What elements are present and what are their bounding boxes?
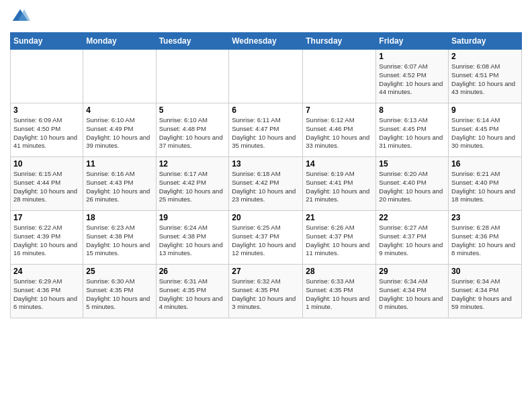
day-number: 4 (86, 105, 152, 115)
day-info: Sunrise: 6:14 AMSunset: 4:45 PMDaylight:… (451, 116, 519, 150)
calendar-cell: 7Sunrise: 6:12 AMSunset: 4:46 PMDaylight… (303, 103, 376, 157)
calendar-header-sunday: Sunday (11, 33, 83, 50)
day-info: Sunrise: 6:25 AMSunset: 4:37 PMDaylight:… (232, 224, 300, 258)
calendar-body: 1Sunrise: 6:07 AMSunset: 4:52 PMDaylight… (11, 50, 522, 318)
calendar-cell: 3Sunrise: 6:09 AMSunset: 4:50 PMDaylight… (11, 103, 83, 157)
day-info: Sunrise: 6:08 AMSunset: 4:51 PMDaylight:… (451, 62, 519, 97)
day-info: Sunrise: 6:15 AMSunset: 4:44 PMDaylight:… (13, 170, 80, 204)
calendar-header-wednesday: Wednesday (229, 33, 303, 50)
calendar-cell: 16Sunrise: 6:21 AMSunset: 4:40 PMDayligh… (449, 157, 522, 211)
day-number: 15 (379, 159, 445, 169)
day-number: 17 (13, 213, 80, 222)
day-info: Sunrise: 6:30 AMSunset: 4:35 PMDaylight:… (86, 277, 152, 312)
calendar-header-thursday: Thursday (303, 33, 376, 50)
day-number: 1 (379, 52, 445, 61)
day-info: Sunrise: 6:33 AMSunset: 4:35 PMDaylight:… (306, 277, 373, 312)
calendar-cell: 4Sunrise: 6:10 AMSunset: 4:49 PMDaylight… (83, 103, 156, 157)
calendar-cell: 18Sunrise: 6:23 AMSunset: 4:38 PMDayligh… (83, 211, 156, 265)
day-info: Sunrise: 6:16 AMSunset: 4:43 PMDaylight:… (86, 170, 152, 204)
calendar: SundayMondayTuesdayWednesdayThursdayFrid… (10, 32, 522, 318)
day-info: Sunrise: 6:10 AMSunset: 4:49 PMDaylight:… (86, 116, 152, 150)
day-info: Sunrise: 6:07 AMSunset: 4:52 PMDaylight:… (379, 62, 445, 97)
calendar-week-1: 1Sunrise: 6:07 AMSunset: 4:52 PMDaylight… (11, 50, 522, 103)
day-number: 18 (86, 213, 152, 222)
calendar-cell: 15Sunrise: 6:20 AMSunset: 4:40 PMDayligh… (376, 157, 449, 211)
day-info: Sunrise: 6:26 AMSunset: 4:37 PMDaylight:… (306, 224, 373, 258)
day-number: 5 (159, 105, 226, 115)
day-info: Sunrise: 6:27 AMSunset: 4:37 PMDaylight:… (379, 224, 445, 258)
header (10, 7, 522, 27)
day-info: Sunrise: 6:23 AMSunset: 4:38 PMDaylight:… (86, 224, 152, 258)
day-info: Sunrise: 6:34 AMSunset: 4:34 PMDaylight:… (451, 277, 519, 312)
day-info: Sunrise: 6:34 AMSunset: 4:34 PMDaylight:… (379, 277, 445, 312)
day-number: 11 (86, 159, 152, 169)
day-number: 9 (451, 105, 519, 115)
day-number: 28 (306, 267, 373, 276)
day-number: 27 (232, 267, 300, 276)
day-number: 22 (379, 213, 445, 222)
day-info: Sunrise: 6:17 AMSunset: 4:42 PMDaylight:… (159, 170, 226, 204)
day-info: Sunrise: 6:13 AMSunset: 4:45 PMDaylight:… (379, 116, 445, 150)
day-info: Sunrise: 6:09 AMSunset: 4:50 PMDaylight:… (13, 116, 80, 150)
calendar-cell: 24Sunrise: 6:29 AMSunset: 4:36 PMDayligh… (11, 265, 83, 318)
calendar-cell: 20Sunrise: 6:25 AMSunset: 4:37 PMDayligh… (229, 211, 303, 265)
calendar-week-4: 17Sunrise: 6:22 AMSunset: 4:39 PMDayligh… (11, 211, 522, 265)
calendar-cell: 22Sunrise: 6:27 AMSunset: 4:37 PMDayligh… (376, 211, 449, 265)
day-number: 2 (451, 52, 519, 61)
calendar-cell (156, 50, 229, 103)
calendar-cell: 11Sunrise: 6:16 AMSunset: 4:43 PMDayligh… (83, 157, 156, 211)
day-number: 14 (306, 159, 373, 169)
calendar-week-3: 10Sunrise: 6:15 AMSunset: 4:44 PMDayligh… (11, 157, 522, 211)
calendar-cell: 9Sunrise: 6:14 AMSunset: 4:45 PMDaylight… (449, 103, 522, 157)
day-number: 20 (232, 213, 300, 222)
calendar-cell: 25Sunrise: 6:30 AMSunset: 4:35 PMDayligh… (83, 265, 156, 318)
day-number: 12 (159, 159, 226, 169)
calendar-header-saturday: Saturday (449, 33, 522, 50)
day-info: Sunrise: 6:20 AMSunset: 4:40 PMDaylight:… (379, 170, 445, 204)
calendar-cell: 8Sunrise: 6:13 AMSunset: 4:45 PMDaylight… (376, 103, 449, 157)
day-info: Sunrise: 6:11 AMSunset: 4:47 PMDaylight:… (232, 116, 300, 150)
day-number: 8 (379, 105, 445, 115)
day-number: 19 (159, 213, 226, 222)
day-info: Sunrise: 6:24 AMSunset: 4:38 PMDaylight:… (159, 224, 226, 258)
day-number: 23 (451, 213, 519, 222)
day-number: 6 (232, 105, 300, 115)
day-info: Sunrise: 6:28 AMSunset: 4:36 PMDaylight:… (451, 224, 519, 258)
day-info: Sunrise: 6:29 AMSunset: 4:36 PMDaylight:… (13, 277, 80, 312)
calendar-cell (229, 50, 303, 103)
day-number: 16 (451, 159, 519, 169)
day-info: Sunrise: 6:10 AMSunset: 4:48 PMDaylight:… (159, 116, 226, 150)
day-number: 26 (159, 267, 226, 276)
calendar-cell (303, 50, 376, 103)
calendar-cell (83, 50, 156, 103)
calendar-header-monday: Monday (83, 33, 156, 50)
calendar-cell: 28Sunrise: 6:33 AMSunset: 4:35 PMDayligh… (303, 265, 376, 318)
day-info: Sunrise: 6:19 AMSunset: 4:41 PMDaylight:… (306, 170, 373, 204)
day-number: 25 (86, 267, 152, 276)
day-number: 29 (379, 267, 445, 276)
page: SundayMondayTuesdayWednesdayThursdayFrid… (0, 0, 532, 411)
day-number: 21 (306, 213, 373, 222)
calendar-cell: 21Sunrise: 6:26 AMSunset: 4:37 PMDayligh… (303, 211, 376, 265)
day-number: 7 (306, 105, 373, 115)
day-number: 3 (13, 105, 80, 115)
day-info: Sunrise: 6:31 AMSunset: 4:35 PMDaylight:… (159, 277, 226, 312)
logo (10, 7, 33, 27)
calendar-cell (11, 50, 83, 103)
day-number: 24 (13, 267, 80, 276)
day-info: Sunrise: 6:12 AMSunset: 4:46 PMDaylight:… (306, 116, 373, 150)
calendar-cell: 29Sunrise: 6:34 AMSunset: 4:34 PMDayligh… (376, 265, 449, 318)
day-number: 13 (232, 159, 300, 169)
calendar-cell: 27Sunrise: 6:32 AMSunset: 4:35 PMDayligh… (229, 265, 303, 318)
logo-icon (10, 7, 30, 27)
calendar-cell: 23Sunrise: 6:28 AMSunset: 4:36 PMDayligh… (449, 211, 522, 265)
calendar-cell: 13Sunrise: 6:18 AMSunset: 4:42 PMDayligh… (229, 157, 303, 211)
calendar-cell: 19Sunrise: 6:24 AMSunset: 4:38 PMDayligh… (156, 211, 229, 265)
calendar-header-row: SundayMondayTuesdayWednesdayThursdayFrid… (11, 33, 522, 50)
calendar-cell: 6Sunrise: 6:11 AMSunset: 4:47 PMDaylight… (229, 103, 303, 157)
calendar-cell: 10Sunrise: 6:15 AMSunset: 4:44 PMDayligh… (11, 157, 83, 211)
calendar-cell: 14Sunrise: 6:19 AMSunset: 4:41 PMDayligh… (303, 157, 376, 211)
day-info: Sunrise: 6:21 AMSunset: 4:40 PMDaylight:… (451, 170, 519, 204)
day-info: Sunrise: 6:18 AMSunset: 4:42 PMDaylight:… (232, 170, 300, 204)
day-info: Sunrise: 6:22 AMSunset: 4:39 PMDaylight:… (13, 224, 80, 258)
